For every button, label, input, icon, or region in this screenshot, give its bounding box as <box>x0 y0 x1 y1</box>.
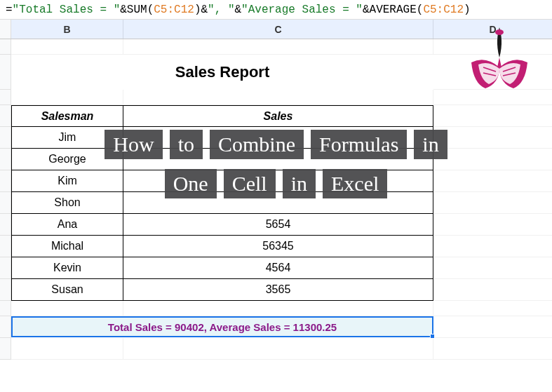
formula-open1: ( <box>147 4 154 16</box>
formula-amp3: & <box>235 4 242 16</box>
row-gutter <box>0 105 11 127</box>
cell[interactable] <box>433 316 552 338</box>
sales-cell[interactable] <box>123 127 433 149</box>
row-gutter <box>0 90 11 105</box>
sales-cell[interactable] <box>123 149 433 170</box>
cell[interactable] <box>433 127 552 149</box>
cell[interactable] <box>433 236 552 257</box>
formula-amp1: & <box>120 4 127 16</box>
row-gutter <box>0 149 11 170</box>
cell[interactable] <box>433 192 552 214</box>
cell[interactable] <box>123 338 433 360</box>
formula-func-sum: SUM <box>127 4 147 16</box>
cell[interactable] <box>433 149 552 170</box>
sales-cell[interactable]: 4564 <box>123 257 433 279</box>
cell[interactable] <box>11 39 123 55</box>
cell[interactable] <box>123 90 433 105</box>
cell[interactable] <box>11 301 123 316</box>
formula-close1: ) <box>194 4 201 16</box>
salesman-cell[interactable]: Kevin <box>11 257 123 279</box>
cell[interactable] <box>11 90 123 105</box>
col-gutter <box>0 20 11 39</box>
formula-close2: ) <box>464 4 471 16</box>
formula-range2: C5:C12 <box>423 4 464 16</box>
row-gutter <box>0 192 11 214</box>
row-gutter <box>0 257 11 279</box>
cell[interactable] <box>123 301 433 316</box>
report-title[interactable]: Sales Report <box>11 55 433 90</box>
formula-open2: ( <box>417 4 424 16</box>
formula-range1: C5:C12 <box>154 4 194 16</box>
row-gutter <box>0 236 11 257</box>
cell[interactable] <box>433 279 552 301</box>
sales-cell[interactable] <box>123 192 433 214</box>
row-gutter <box>0 127 11 149</box>
salesman-cell[interactable]: Ana <box>11 214 123 236</box>
formula-str1: "Total Sales = " <box>13 4 121 16</box>
formula-func-average: AVERAGE <box>370 4 417 16</box>
row-gutter <box>0 55 11 90</box>
formula-str2: ", " <box>208 4 234 16</box>
row-gutter <box>0 214 11 236</box>
cell[interactable] <box>123 39 433 55</box>
salesman-cell[interactable]: Michal <box>11 236 123 257</box>
table-header-salesman[interactable]: Salesman <box>11 105 123 127</box>
row-gutter <box>0 338 11 360</box>
salesman-cell[interactable]: Shon <box>11 192 123 214</box>
sales-cell[interactable]: 5654 <box>123 214 433 236</box>
col-header-c[interactable]: C <box>123 20 433 39</box>
sales-cell[interactable]: 3565 <box>123 279 433 301</box>
logo-icon <box>461 24 538 94</box>
cell[interactable] <box>11 338 123 360</box>
cell[interactable] <box>433 301 552 316</box>
salesman-cell[interactable]: George <box>11 149 123 170</box>
formula-amp4: & <box>363 4 370 16</box>
sales-cell[interactable] <box>123 170 433 192</box>
salesman-cell[interactable]: Susan <box>11 279 123 301</box>
result-text: Total Sales = 90402, Average Sales = 113… <box>108 321 337 333</box>
svg-point-0 <box>495 29 504 35</box>
cell[interactable] <box>433 214 552 236</box>
salesman-cell[interactable]: Jim <box>11 127 123 149</box>
table-header-sales[interactable]: Sales <box>123 105 433 127</box>
col-header-b[interactable]: B <box>11 20 123 39</box>
cell[interactable] <box>433 338 552 360</box>
formula-str3: "Average Sales = " <box>241 4 363 16</box>
row-gutter <box>0 39 11 55</box>
sales-cell[interactable]: 56345 <box>123 236 433 257</box>
formula-bar[interactable]: = "Total Sales = " & SUM ( C5:C12 ) & ",… <box>0 0 552 20</box>
row-gutter <box>0 301 11 316</box>
result-cell[interactable]: Total Sales = 90402, Average Sales = 113… <box>11 316 433 337</box>
row-gutter <box>0 316 11 338</box>
fill-handle-icon[interactable] <box>430 334 435 339</box>
cell[interactable] <box>433 257 552 279</box>
formula-amp2: & <box>201 4 208 16</box>
row-gutter <box>0 279 11 301</box>
row-gutter <box>0 170 11 192</box>
cell[interactable] <box>433 170 552 192</box>
cell[interactable] <box>433 105 552 127</box>
salesman-cell[interactable]: Kim <box>11 170 123 192</box>
formula-eq: = <box>6 4 13 16</box>
